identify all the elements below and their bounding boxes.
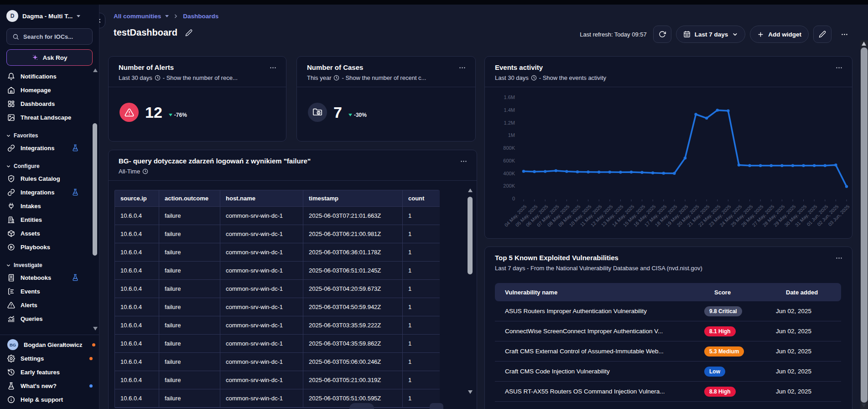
cell-count: 1 xyxy=(403,225,440,243)
home-icon xyxy=(7,86,15,94)
cell-host-name: common-srv-win-dc-1 xyxy=(220,353,303,371)
metric-body: 12 -76% xyxy=(109,87,286,137)
sidebar-item-early-features[interactable]: Early features xyxy=(0,365,99,379)
add-widget-button[interactable]: Add widget xyxy=(750,26,809,43)
alerts-delta: -76% xyxy=(169,112,187,118)
caret-down-icon[interactable] xyxy=(165,15,169,17)
ioc-search-input[interactable]: Search for IOCs... xyxy=(6,28,93,45)
sidebar-item-queries[interactable]: Queries xyxy=(0,312,91,325)
widget-subtitle: This year - Show the number of recent c.… xyxy=(307,74,465,81)
building-icon xyxy=(7,216,15,224)
y-axis-tick: 1.6M xyxy=(494,94,515,100)
scroll-up-arrow[interactable] xyxy=(862,42,866,46)
widget-menu-button[interactable] xyxy=(458,64,466,73)
sidebar-section-configure[interactable]: Configure xyxy=(0,161,91,172)
page-scrollbar[interactable] xyxy=(860,40,868,409)
sidebar: D Dagma - Multi T... Search for IOCs... … xyxy=(0,5,99,409)
scroll-up-arrow[interactable] xyxy=(468,189,473,192)
info-circle-icon xyxy=(7,396,15,404)
edit-dashboard-button[interactable] xyxy=(813,26,832,43)
table-header-row: Vulnerability name Score Date added xyxy=(495,283,841,301)
alert-triangle-icon xyxy=(125,108,134,117)
table-pagination-button[interactable] xyxy=(430,403,443,409)
scroll-down-arrow[interactable] xyxy=(468,390,473,394)
cell-host-name: common-srv-win-dc-1 xyxy=(220,335,303,353)
sidebar-item-threat-landscape[interactable]: Threat Landscape xyxy=(0,110,91,124)
cell-count: 1 xyxy=(403,371,440,389)
y-axis-tick: 400K xyxy=(494,171,515,176)
sidebar-item-integrations-favorite[interactable]: Integrations xyxy=(0,141,91,155)
breadcrumb-dashboards[interactable]: Dashboards xyxy=(183,13,218,20)
sidebar-item-notifications[interactable]: Notifications xyxy=(0,69,91,83)
cell-source-ip: 10.6.0.4 xyxy=(115,280,159,298)
sidebar-item-entities[interactable]: Entities xyxy=(0,213,91,226)
sidebar-section-investigate[interactable]: Investigate xyxy=(0,260,91,271)
sidebar-item-whats-new[interactable]: What's new? xyxy=(0,379,99,393)
table-pagination-button[interactable] xyxy=(349,403,374,409)
case-folder-icon xyxy=(308,103,327,122)
widget-menu-button[interactable] xyxy=(835,64,843,73)
widget-menu-button[interactable] xyxy=(460,157,468,167)
time-range-selector[interactable]: Last 7 days xyxy=(676,26,746,43)
ask-roy-button[interactable]: Ask Roy xyxy=(6,49,93,66)
scroll-up-arrow[interactable] xyxy=(93,68,98,72)
events-line-chart[interactable]: 0200K400K600K800K1M1.2M1.4M1.6M04 May, 2… xyxy=(485,89,852,239)
scrollbar-thumb[interactable] xyxy=(861,47,868,403)
sidebar-item-integrations[interactable]: Integrations xyxy=(0,185,91,199)
bg-query-table: source.ip action.outcome host.name times… xyxy=(114,190,439,408)
cell-count: 1 xyxy=(403,298,440,316)
trend-down-icon xyxy=(169,114,172,116)
notebook-icon xyxy=(7,274,15,282)
sidebar-item-homepage[interactable]: Homepage xyxy=(0,83,91,97)
y-axis-tick: 1M xyxy=(494,132,515,138)
refresh-button[interactable] xyxy=(653,26,671,43)
y-axis-tick: 0 xyxy=(494,196,515,201)
cell-vulnerability-name: Craft CMS External Control of Assumed-Im… xyxy=(495,348,704,355)
sidebar-item-alerts[interactable]: Alerts xyxy=(0,298,91,312)
sidebar-footer: BG Bogdan Gierałtowicz Settings Early fe… xyxy=(0,335,99,409)
link-icon xyxy=(7,189,15,196)
widget-subtitle: Last 7 days - From the National Vulnerab… xyxy=(495,265,842,272)
main-area: All communities Dashboards testDashboard… xyxy=(99,5,868,409)
cell-action-outcome: failure xyxy=(159,316,220,335)
scrollbar-thumb[interactable] xyxy=(468,197,473,274)
table-row: 10.6.0.4 failure common-srv-win-dc-1 202… xyxy=(115,262,439,280)
more-dots-icon xyxy=(269,64,277,72)
widget-menu-button[interactable] xyxy=(269,64,277,73)
column-header: host.name xyxy=(220,190,303,207)
sidebar-section-favorites[interactable]: Favorites xyxy=(0,130,91,141)
table-header-row: source.ip action.outcome host.name times… xyxy=(115,190,439,207)
table-scrollbar[interactable] xyxy=(468,189,473,394)
sidebar-item-rules-catalog[interactable]: Rules Catalog xyxy=(0,172,91,185)
sidebar-item-intakes[interactable]: Intakes xyxy=(0,199,91,213)
sidebar-scrollbar[interactable] xyxy=(93,68,98,330)
sidebar-item-user[interactable]: BG Bogdan Gierałtowicz xyxy=(0,338,99,351)
cell-date-added: Jun 02, 2025 xyxy=(776,328,841,335)
cell-host-name: common-srv-win-dc-1 xyxy=(220,298,303,316)
org-switcher[interactable]: D Dagma - Multi T... xyxy=(0,5,99,25)
severity-badge: Low xyxy=(704,367,725,377)
sidebar-item-assets[interactable]: Assets xyxy=(0,226,91,240)
widget-menu-button[interactable] xyxy=(835,254,843,264)
sidebar-item-events[interactable]: Events xyxy=(0,284,91,298)
widget-title: Number of Cases xyxy=(307,63,465,71)
cell-host-name: common-srv-win-dc-1 xyxy=(220,262,303,280)
cell-source-ip: 10.6.0.4 xyxy=(115,371,159,389)
column-header: count xyxy=(403,190,440,207)
sidebar-collapse-button[interactable] xyxy=(99,13,105,28)
breadcrumb-community[interactable]: All communities xyxy=(114,13,161,20)
add-widget-label: Add widget xyxy=(768,31,801,38)
sidebar-item-notebooks[interactable]: Notebooks xyxy=(0,271,91,284)
sidebar-item-help-support[interactable]: Help & support xyxy=(0,393,99,406)
sidebar-item-settings[interactable]: Settings xyxy=(0,351,99,365)
sidebar-item-dashboards[interactable]: Dashboards xyxy=(0,97,91,110)
edit-title-pencil-icon[interactable] xyxy=(185,29,192,37)
scrollbar-thumb[interactable] xyxy=(93,123,97,256)
clock-icon xyxy=(155,75,161,81)
scroll-down-arrow[interactable] xyxy=(862,404,866,408)
dashboard-more-button[interactable] xyxy=(836,26,852,43)
sidebar-item-playbooks[interactable]: Playbooks xyxy=(0,240,91,254)
scroll-down-arrow[interactable] xyxy=(93,327,98,330)
cell-count: 1 xyxy=(403,280,440,298)
cases-delta: -30% xyxy=(348,112,367,118)
